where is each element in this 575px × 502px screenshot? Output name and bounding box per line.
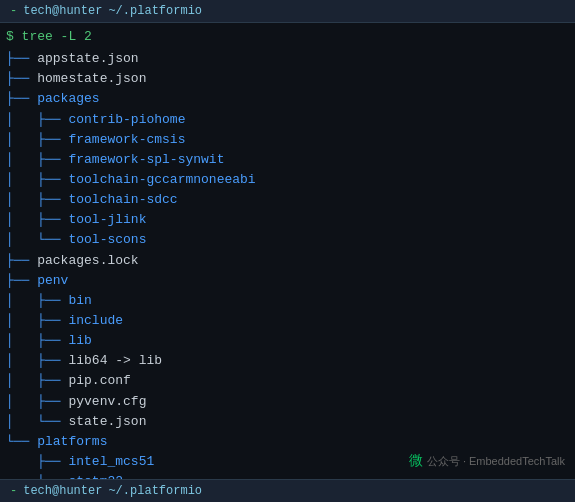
tree-connector: ├── [6, 251, 37, 271]
watermark-text: 公众号 · EmbeddedTechTalk [427, 454, 565, 469]
tree-connector: ├── [37, 311, 68, 331]
tree-item: │ ├── toolchain-gccarmnoneeabi [6, 170, 569, 190]
tree-name: penv [37, 271, 68, 291]
tree-indent: │ [6, 412, 37, 432]
tree-name: toolchain-sdcc [68, 190, 177, 210]
bottom-prompt-symbol: - [10, 484, 17, 498]
tree-name: appstate.json [37, 49, 138, 69]
tree-indent: │ [6, 311, 37, 331]
title-bar: - tech@hunter ~/.platformio [0, 0, 575, 23]
tree-connector: └── [6, 432, 37, 452]
tree-name: lib64 -> lib [68, 351, 162, 371]
tree-name: tool-jlink [68, 210, 146, 230]
cmd-text: tree -L 2 [22, 27, 92, 47]
tree-connector: ├── [37, 331, 68, 351]
tree-indent: │ [6, 150, 37, 170]
tree-connector: ├── [37, 472, 68, 479]
tree-connector: ├── [37, 392, 68, 412]
tree-name: include [68, 311, 123, 331]
tree-item: │ ├── framework-spl-synwit [6, 150, 569, 170]
tree-indent: │ [6, 210, 37, 230]
tree-indent: │ [6, 190, 37, 210]
title-path: ~/.platformio [108, 4, 202, 18]
tree-connector: ├── [37, 130, 68, 150]
tree-item: │ ├── lib64 -> lib [6, 351, 569, 371]
tree-indent: │ [6, 291, 37, 311]
bottom-bar: - tech@hunter ~/.platformio [0, 479, 575, 502]
tree-connector: ├── [6, 49, 37, 69]
bottom-user-host: tech@hunter [23, 484, 102, 498]
terminal-window: - tech@hunter ~/.platformio $ tree -L 2 … [0, 0, 575, 502]
tree-indent: │ [6, 230, 37, 250]
tree-name: state.json [68, 412, 146, 432]
tree-item: │ ├── contrib-piohome [6, 110, 569, 130]
tree-indent: │ [6, 392, 37, 412]
tree-connector: ├── [37, 170, 68, 190]
tree-name: framework-cmsis [68, 130, 185, 150]
tree-name: lib [68, 331, 91, 351]
tree-item: │ ├── pip.conf [6, 371, 569, 391]
tree-name: homestate.json [37, 69, 146, 89]
tree-connector: ├── [37, 210, 68, 230]
tree-connector: └── [37, 412, 68, 432]
tree-connector: ├── [37, 150, 68, 170]
tree-output: ├── appstate.json├── homestate.json├── p… [6, 49, 569, 479]
tree-name: intel_mcs51 [68, 452, 154, 472]
tree-connector: ├── [37, 291, 68, 311]
tree-indent [6, 472, 37, 479]
tree-item: └── platforms [6, 432, 569, 452]
watermark: 微 公众号 · EmbeddedTechTalk [409, 452, 565, 470]
tree-name: packages [37, 89, 99, 109]
tree-item: │ ├── include [6, 311, 569, 331]
command-line: $ tree -L 2 [6, 27, 569, 47]
tree-item: │ ├── toolchain-sdcc [6, 190, 569, 210]
tree-indent [6, 452, 37, 472]
title-user-host: tech@hunter [23, 4, 102, 18]
tree-item: │ ├── tool-jlink [6, 210, 569, 230]
tree-connector: ├── [6, 69, 37, 89]
tree-connector: ├── [37, 190, 68, 210]
tree-name: framework-spl-synwit [68, 150, 224, 170]
title-prompt-symbol: - [10, 4, 17, 18]
tree-item: │ ├── pyvenv.cfg [6, 392, 569, 412]
tree-item: ├── ststm32 [6, 472, 569, 479]
tree-item: ├── penv [6, 271, 569, 291]
tree-name: packages.lock [37, 251, 138, 271]
tree-indent: │ [6, 371, 37, 391]
tree-connector: ├── [6, 89, 37, 109]
tree-item: ├── packages [6, 89, 569, 109]
tree-indent: │ [6, 130, 37, 150]
tree-connector: ├── [37, 351, 68, 371]
tree-indent: │ [6, 351, 37, 371]
tree-item: ├── appstate.json [6, 49, 569, 69]
tree-name: platforms [37, 432, 107, 452]
tree-item: │ ├── bin [6, 291, 569, 311]
tree-connector: ├── [37, 110, 68, 130]
terminal-content: $ tree -L 2 ├── appstate.json├── homesta… [0, 23, 575, 479]
tree-name: tool-scons [68, 230, 146, 250]
tree-connector: ├── [37, 371, 68, 391]
tree-name: toolchain-gccarmnoneeabi [68, 170, 255, 190]
tree-name: pyvenv.cfg [68, 392, 146, 412]
tree-item: ├── packages.lock [6, 251, 569, 271]
tree-name: pip.conf [68, 371, 130, 391]
tree-connector: ├── [37, 452, 68, 472]
tree-item: │ └── tool-scons [6, 230, 569, 250]
bottom-path: ~/.platformio [108, 484, 202, 498]
tree-indent: │ [6, 110, 37, 130]
tree-name: ststm32 [68, 472, 123, 479]
tree-connector: └── [37, 230, 68, 250]
tree-name: bin [68, 291, 91, 311]
tree-item: │ └── state.json [6, 412, 569, 432]
tree-connector: ├── [6, 271, 37, 291]
tree-indent: │ [6, 331, 37, 351]
tree-item: ├── homestate.json [6, 69, 569, 89]
cmd-prompt: $ [6, 27, 22, 47]
tree-item: │ ├── lib [6, 331, 569, 351]
wechat-icon: 微 [409, 452, 423, 470]
tree-indent: │ [6, 170, 37, 190]
tree-name: contrib-piohome [68, 110, 185, 130]
tree-item: │ ├── framework-cmsis [6, 130, 569, 150]
